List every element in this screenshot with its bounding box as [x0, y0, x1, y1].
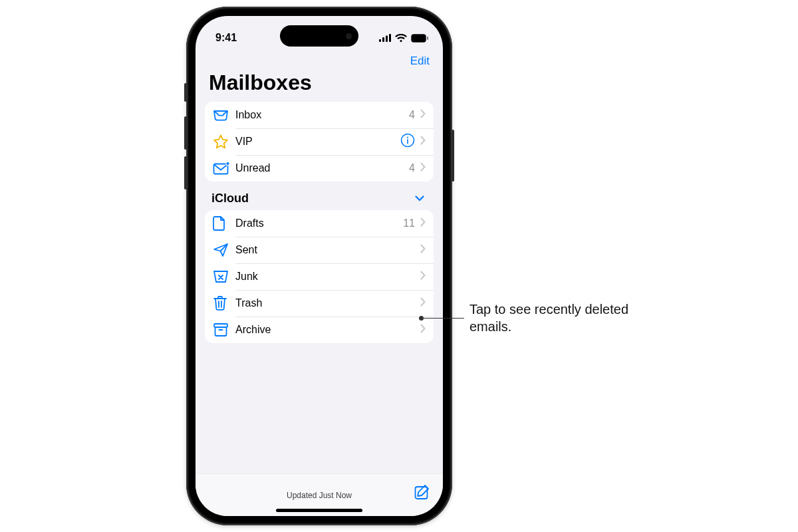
svg-point-10 [226, 162, 229, 165]
mailbox-row-archive[interactable]: Archive [205, 317, 434, 343]
section-header-icloud: iCloud [196, 191, 443, 210]
status-time: 9:41 [215, 32, 237, 44]
star-icon [213, 134, 235, 149]
smart-mailboxes-group: Inbox 4 VIP [205, 102, 434, 182]
sync-status: Updated Just Now [287, 491, 352, 500]
wifi-icon [395, 34, 407, 43]
mailbox-row-junk[interactable]: Junk [205, 263, 434, 290]
callout-text: Tap to see recently deleted emails. [469, 301, 642, 335]
svg-rect-3 [389, 34, 391, 42]
mailbox-row-drafts[interactable]: Drafts 11 [205, 210, 434, 237]
callout-leader-line [422, 318, 464, 319]
unread-icon [213, 162, 235, 175]
page-title: Mailboxes [196, 69, 443, 102]
chevron-right-icon [420, 136, 426, 148]
chevron-right-icon [420, 162, 426, 174]
mailbox-label: Inbox [235, 109, 409, 121]
mailbox-count: 4 [409, 162, 415, 174]
svg-rect-1 [382, 37, 384, 42]
mailbox-row-vip[interactable]: VIP [205, 128, 434, 155]
svg-point-8 [407, 137, 408, 138]
edit-button[interactable]: Edit [410, 55, 430, 68]
mailbox-count: 4 [409, 109, 415, 121]
info-button[interactable] [400, 133, 415, 150]
chevron-right-icon [420, 109, 426, 121]
mailbox-row-trash[interactable]: Trash [205, 290, 434, 317]
inbox-icon [213, 108, 235, 122]
mailbox-label: Drafts [235, 217, 403, 229]
chevron-right-icon [420, 217, 426, 229]
svg-rect-2 [386, 36, 388, 43]
mailbox-row-unread[interactable]: Unread 4 [205, 155, 434, 182]
compose-button[interactable] [414, 483, 431, 503]
home-indicator [276, 509, 362, 512]
trash-icon [213, 295, 235, 311]
svg-rect-11 [214, 324, 227, 327]
dynamic-island [280, 25, 358, 47]
annotation-callout: Tap to see recently deleted emails. [422, 301, 642, 335]
junk-icon [213, 270, 235, 283]
compose-icon [414, 493, 431, 503]
svg-rect-6 [427, 37, 428, 40]
mailbox-label: Trash [235, 297, 420, 309]
mailbox-label: Junk [235, 271, 420, 283]
archive-icon [213, 323, 235, 337]
mailbox-count: 11 [403, 217, 415, 229]
chevron-right-icon [420, 244, 426, 256]
mailbox-row-sent[interactable]: Sent [205, 237, 434, 263]
svg-rect-5 [412, 35, 425, 41]
collapse-button[interactable] [412, 191, 427, 206]
mailbox-label: Sent [235, 244, 420, 256]
document-icon [213, 215, 235, 231]
battery-icon [411, 34, 428, 43]
chevron-down-icon [415, 194, 424, 203]
mailbox-label: Archive [235, 324, 420, 336]
mailbox-label: Unread [235, 162, 409, 174]
cellular-icon [379, 34, 391, 42]
paperplane-icon [213, 243, 235, 257]
mailbox-label: VIP [235, 136, 400, 148]
icloud-mailboxes-group: Drafts 11 Sent [205, 210, 434, 343]
section-label: iCloud [211, 192, 249, 205]
mailbox-row-inbox[interactable]: Inbox 4 [205, 102, 434, 128]
phone-screen: 9:41 Edit Mailboxes [196, 16, 443, 516]
svg-rect-0 [379, 39, 381, 42]
chevron-right-icon [420, 271, 426, 283]
